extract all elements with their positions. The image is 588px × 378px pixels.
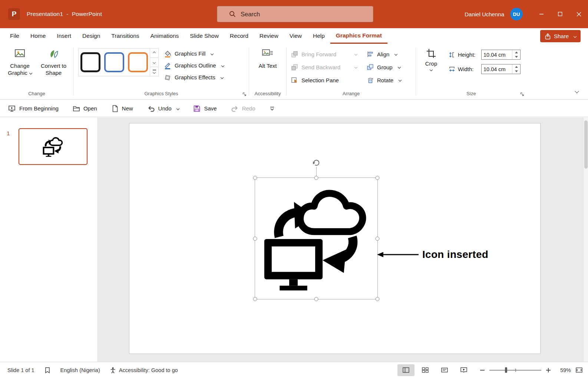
undo-icon [147, 105, 155, 112]
chevron-down-icon [29, 72, 32, 74]
proofing-icon[interactable] [44, 367, 51, 374]
size-group-label: Size [416, 91, 526, 99]
zoom-out-button[interactable] [480, 368, 485, 373]
handle-bottom-right[interactable] [376, 297, 380, 301]
style-swatch-black[interactable] [80, 52, 100, 72]
from-beginning-button[interactable]: From Beginning [8, 105, 59, 112]
tab-design[interactable]: Design [77, 28, 106, 44]
handle-top-left[interactable] [253, 176, 257, 180]
language-indicator[interactable]: English (Nigeria) [60, 367, 100, 373]
tab-graphics-format[interactable]: Graphics Format [330, 28, 387, 44]
titlebar: P Presentation1 - PowerPoint Daniel Uche… [0, 0, 588, 28]
cloud-sync-graphic[interactable] [263, 186, 369, 292]
chevron-down-icon [394, 53, 397, 56]
rotate-icon [367, 77, 374, 84]
bring-forward-label: Bring Forward [301, 51, 336, 57]
height-spin-up-button[interactable] [512, 50, 520, 55]
search-input[interactable] [241, 11, 359, 18]
graphics-styles-dialog-launcher[interactable] [242, 92, 247, 96]
rotate-button[interactable]: Rotate [367, 76, 401, 84]
avatar[interactable]: DU [510, 8, 523, 20]
minimize-button[interactable] [532, 0, 551, 28]
graphics-fill-button[interactable]: Graphics Fill [164, 49, 224, 58]
size-dialog-launcher[interactable] [520, 92, 524, 96]
accessibility-status[interactable]: Accessibility: Good to go [110, 367, 178, 374]
ribbon-tab-bar: File Home Insert Design Transitions Anim… [0, 28, 588, 44]
customize-toolbar-button[interactable] [270, 106, 275, 111]
align-label: Align [377, 51, 389, 57]
change-graphic-button[interactable]: Change Graphic [4, 48, 35, 91]
annotation[interactable]: Icon inserted [377, 247, 488, 262]
gallery-scroll-up-button[interactable] [150, 49, 158, 57]
save-button[interactable]: Save [193, 105, 217, 112]
alt-text-button[interactable]: Alt Text [254, 48, 281, 91]
chevron-down-icon [221, 64, 224, 67]
rotate-handle[interactable] [312, 158, 321, 168]
slide-sorter-view-button[interactable] [417, 364, 434, 376]
align-button[interactable]: Align [367, 50, 401, 59]
powerpoint-logo-icon: P [8, 8, 20, 20]
slide-canvas[interactable]: Icon inserted [129, 123, 541, 354]
change-graphic-icon [14, 48, 26, 59]
bring-forward-button: Bring Forward [291, 50, 357, 59]
collapse-ribbon-button[interactable] [575, 88, 578, 95]
handle-middle-left[interactable] [253, 236, 257, 241]
tab-help[interactable]: Help [307, 28, 330, 44]
undo-button[interactable]: Undo [147, 105, 179, 112]
vertical-scrollbar[interactable] [583, 117, 588, 362]
handle-bottom-left[interactable] [253, 297, 257, 301]
arrange-group-label: Arrange [287, 91, 416, 99]
height-input[interactable] [482, 50, 512, 59]
more-bar-icon [153, 70, 156, 70]
normal-view-button[interactable] [397, 364, 414, 376]
handle-top-right[interactable] [376, 176, 380, 180]
width-spin-down-button[interactable] [512, 69, 520, 74]
zoom-level[interactable]: 59% [555, 367, 571, 373]
style-swatch-blue[interactable] [104, 52, 124, 72]
gallery-scroll-down-button[interactable] [150, 57, 158, 67]
chevron-down-icon [575, 89, 579, 93]
selection-pane-button[interactable]: Selection Pane [291, 76, 357, 84]
tab-transitions[interactable]: Transitions [106, 28, 145, 44]
gallery-more-button[interactable] [150, 67, 158, 76]
width-spin-up-button[interactable] [512, 64, 520, 69]
new-document-icon [111, 105, 119, 112]
style-swatch-orange[interactable] [128, 52, 148, 72]
tab-file[interactable]: File [4, 28, 25, 44]
graphics-effects-button[interactable]: Graphics Effects [164, 73, 224, 82]
search-box[interactable] [217, 6, 373, 22]
slide-show-view-button[interactable] [455, 364, 472, 376]
handle-top-center[interactable] [314, 176, 318, 180]
close-button[interactable] [569, 0, 588, 28]
crop-button[interactable]: Crop [420, 48, 442, 91]
handle-bottom-center[interactable] [314, 297, 318, 301]
graphics-outline-button[interactable]: Graphics Outline [164, 61, 224, 70]
maximize-button[interactable] [551, 0, 569, 28]
open-button[interactable]: Open [73, 105, 97, 112]
tab-review[interactable]: Review [254, 28, 284, 44]
reading-view-button[interactable] [436, 364, 453, 376]
tab-slide-show[interactable]: Slide Show [184, 28, 224, 44]
width-input[interactable] [482, 64, 512, 74]
zoom-slider[interactable] [489, 370, 541, 371]
height-spin-down-button[interactable] [512, 55, 520, 60]
convert-to-shape-button[interactable]: Convert to Shape [38, 48, 69, 91]
zoom-slider-thumb[interactable] [505, 367, 507, 373]
slide-thumbnail[interactable] [19, 128, 87, 165]
fit-to-window-button[interactable] [575, 367, 583, 373]
zoom-in-button[interactable] [546, 368, 551, 373]
share-button[interactable]: Share [540, 30, 581, 42]
group-button[interactable]: Group [367, 63, 401, 72]
tab-view[interactable]: View [284, 28, 307, 44]
tab-animations[interactable]: Animations [145, 28, 185, 44]
handle-middle-right[interactable] [376, 236, 380, 241]
share-icon [545, 33, 551, 40]
powerpoint-window: P Presentation1 - PowerPoint Daniel Uche… [0, 0, 588, 378]
scrollbar-thumb[interactable] [584, 120, 588, 169]
tab-home[interactable]: Home [25, 28, 51, 44]
tab-insert[interactable]: Insert [51, 28, 77, 44]
tab-record[interactable]: Record [224, 28, 254, 44]
new-button[interactable]: New [111, 105, 133, 112]
chevron-down-icon [211, 52, 214, 55]
selection-box[interactable] [255, 178, 378, 299]
